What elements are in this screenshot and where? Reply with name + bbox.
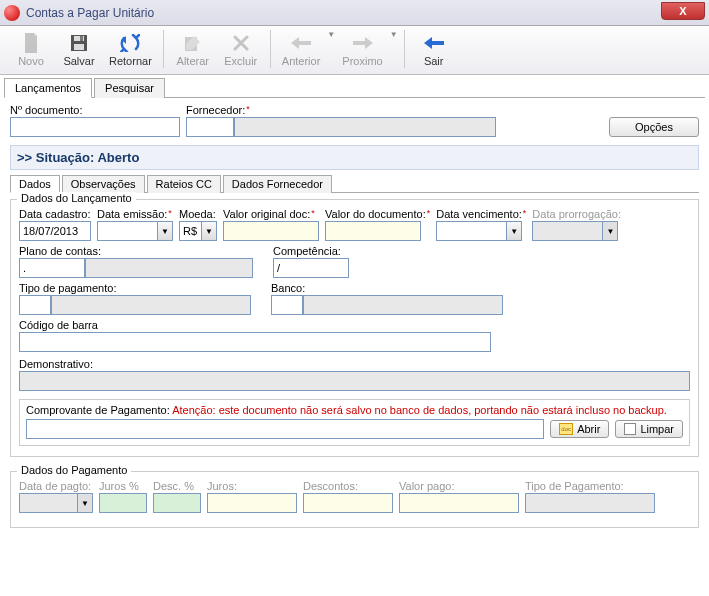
codigo-barra-input[interactable] <box>19 332 491 352</box>
close-button[interactable]: X <box>661 2 705 20</box>
data-emissao-dropdown[interactable]: ▼ <box>157 221 173 241</box>
sub-tabs: Dados Observações Rateios CC Dados Forne… <box>10 174 699 193</box>
arrow-left-icon <box>291 33 311 53</box>
tipo-pagamento2-label: Tipo de Pagamento: <box>525 480 655 492</box>
juros-input <box>207 493 297 513</box>
comprovante-box: Comprovante de Pagamento: Atenção: este … <box>19 399 690 446</box>
data-emissao-input[interactable] <box>97 221 157 241</box>
fornecedor-label: Fornecedor: <box>186 104 496 116</box>
sair-button[interactable]: Sair <box>411 30 457 70</box>
descontos-input <box>303 493 393 513</box>
toolbar: Novo Salvar Retornar Alterar Excluir Ant… <box>0 26 709 75</box>
banco-desc[interactable] <box>303 295 503 315</box>
num-documento-input[interactable] <box>10 117 180 137</box>
delete-icon <box>231 33 251 53</box>
tipo-pagamento2-input <box>525 493 655 513</box>
tipo-pagamento-code[interactable] <box>19 295 51 315</box>
moeda-label: Moeda: <box>179 208 217 220</box>
demonstrativo-input[interactable] <box>19 371 690 391</box>
fornecedor-desc-input[interactable] <box>234 117 496 137</box>
subtab-dados[interactable]: Dados <box>10 175 60 193</box>
desc-pct-input <box>153 493 201 513</box>
plano-contas-code[interactable] <box>19 258 85 278</box>
clear-icon <box>624 423 636 435</box>
plano-contas-desc[interactable] <box>85 258 253 278</box>
subtab-observacoes[interactable]: Observações <box>62 175 145 193</box>
tipo-pagamento-desc[interactable] <box>51 295 251 315</box>
anterior-button[interactable]: Anterior <box>277 30 326 70</box>
subtab-rateios[interactable]: Rateios CC <box>147 175 221 193</box>
data-pagto-dropdown: ▼ <box>77 493 93 513</box>
data-cadastro-label: Data cadastro: <box>19 208 91 220</box>
moeda-input[interactable] <box>179 221 201 241</box>
data-vencimento-dropdown[interactable]: ▼ <box>506 221 522 241</box>
window-title: Contas a Pagar Unitário <box>26 6 154 20</box>
exit-icon <box>424 33 444 53</box>
juros-label: Juros: <box>207 480 297 492</box>
new-file-icon <box>21 33 41 53</box>
num-documento-label: Nº documento: <box>10 104 180 116</box>
comprovante-input[interactable] <box>26 419 544 439</box>
retornar-button[interactable]: Retornar <box>104 30 157 70</box>
juros-pct-label: Juros % <box>99 480 147 492</box>
data-pagto-input <box>19 493 77 513</box>
valor-original-label: Valor original doc: <box>223 208 319 220</box>
undo-icon <box>120 33 140 53</box>
main-tabs: Lançamentos Pesquisar <box>4 77 705 98</box>
subtab-dados-fornecedor[interactable]: Dados Fornecedor <box>223 175 332 193</box>
data-prorrogacao-dropdown: ▼ <box>602 221 618 241</box>
valor-documento-input[interactable] <box>325 221 421 241</box>
group-dados-pagamento: Dados do Pagamento Data de pagto: ▼ Juro… <box>10 471 699 528</box>
moeda-dropdown[interactable]: ▼ <box>201 221 217 241</box>
valor-documento-label: Valor do documento: <box>325 208 430 220</box>
excluir-button[interactable]: Excluir <box>218 30 264 70</box>
limpar-button[interactable]: Limpar <box>615 420 683 438</box>
group-dados-lancamento: Dados do Lançamento Data cadastro: Data … <box>10 199 699 457</box>
status-section: >> Situação: Aberto <box>10 145 699 170</box>
fornecedor-code-input[interactable] <box>186 117 234 137</box>
app-icon <box>4 5 20 21</box>
plano-contas-label: Plano de contas: <box>19 245 253 257</box>
abrir-button[interactable]: doc Abrir <box>550 420 609 438</box>
arrow-right-icon <box>353 33 373 53</box>
tab-pesquisar[interactable]: Pesquisar <box>94 78 165 98</box>
valor-original-input[interactable] <box>223 221 319 241</box>
codigo-barra-label: Código de barra <box>19 319 491 331</box>
data-vencimento-input[interactable] <box>436 221 506 241</box>
data-prorrogacao-label: Data prorrogação: <box>532 208 621 220</box>
proximo-button[interactable]: Proximo <box>337 30 387 70</box>
doc-icon: doc <box>559 423 573 435</box>
proximo-dropdown[interactable]: ▼ <box>390 30 398 39</box>
tab-lancamentos[interactable]: Lançamentos <box>4 78 92 98</box>
svg-rect-2 <box>74 44 84 50</box>
group-lancamento-title: Dados do Lançamento <box>17 192 136 204</box>
save-icon <box>69 33 89 53</box>
valor-pago-input <box>399 493 519 513</box>
data-emissao-label: Data emissão: <box>97 208 173 220</box>
tipo-pagamento-label: Tipo de pagamento: <box>19 282 251 294</box>
salvar-button[interactable]: Salvar <box>56 30 102 70</box>
data-cadastro-input[interactable] <box>19 221 91 241</box>
competencia-label: Competência: <box>273 245 349 257</box>
data-vencimento-label: Data vencimento: <box>436 208 526 220</box>
novo-button[interactable]: Novo <box>8 30 54 70</box>
svg-rect-3 <box>80 36 83 41</box>
competencia-input[interactable] <box>273 258 349 278</box>
alterar-button[interactable]: Alterar <box>170 30 216 70</box>
demonstrativo-label: Demonstrativo: <box>19 358 690 370</box>
group-pagamento-title: Dados do Pagamento <box>17 464 131 476</box>
comprovante-warning: Atenção: este documento não será salvo n… <box>172 404 667 416</box>
edit-icon <box>183 33 203 53</box>
data-pagto-label: Data de pagto: <box>19 480 93 492</box>
anterior-dropdown[interactable]: ▼ <box>327 30 335 39</box>
banco-code[interactable] <box>271 295 303 315</box>
juros-pct-input <box>99 493 147 513</box>
descontos-label: Descontos: <box>303 480 393 492</box>
valor-pago-label: Valor pago: <box>399 480 519 492</box>
opcoes-button[interactable]: Opções <box>609 117 699 137</box>
desc-pct-label: Desc. % <box>153 480 201 492</box>
comprovante-label: Comprovante de Pagamento: <box>26 404 172 416</box>
banco-label: Banco: <box>271 282 503 294</box>
data-prorrogacao-input <box>532 221 602 241</box>
